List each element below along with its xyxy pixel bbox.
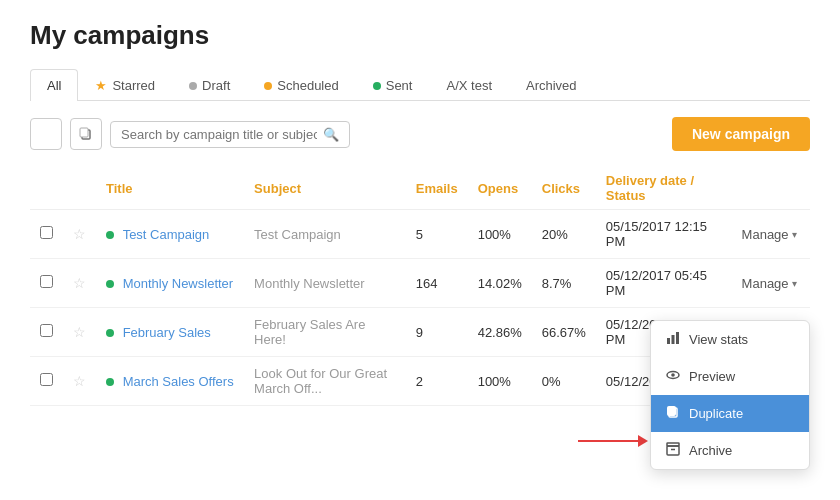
row-star-icon[interactable]: ☆: [73, 226, 86, 242]
row-checkbox[interactable]: [40, 275, 53, 288]
row-title-cell: March Sales Offers: [96, 357, 244, 406]
row-clicks: 66.67%: [542, 325, 586, 340]
search-icon: 🔍: [323, 127, 339, 142]
row-clicks: 8.7%: [542, 276, 572, 291]
arrow-head: [638, 435, 648, 447]
row-subject: February Sales Are Here!: [254, 317, 365, 347]
row-action-cell: Manage ▾: [732, 259, 810, 308]
sent-dot: [373, 82, 381, 90]
row-checkbox[interactable]: [40, 324, 53, 337]
row-star-icon[interactable]: ☆: [73, 373, 86, 389]
row-subject-cell: February Sales Are Here!: [244, 308, 406, 357]
row-status-dot: [106, 231, 114, 239]
row-emails-cell: 9: [406, 308, 468, 357]
col-header-subject: Subject: [244, 167, 406, 210]
copy-icon: [665, 405, 681, 422]
row-checkbox[interactable]: [40, 373, 53, 386]
tab-all-label: All: [47, 78, 61, 93]
row-opens-cell: 14.02%: [468, 259, 532, 308]
row-opens: 100%: [478, 374, 511, 389]
dropdown-item-view-stats[interactable]: View stats: [651, 321, 809, 358]
row-clicks: 0%: [542, 374, 561, 389]
svg-rect-8: [668, 407, 676, 416]
row-subject-cell: Test Campaign: [244, 210, 406, 259]
row-star-icon[interactable]: ☆: [73, 275, 86, 291]
tab-ax-test[interactable]: A/X test: [429, 69, 509, 101]
tab-all[interactable]: All: [30, 69, 78, 101]
tab-draft[interactable]: Draft: [172, 69, 247, 101]
tab-archived[interactable]: Archived: [509, 69, 594, 101]
row-clicks-cell: 20%: [532, 210, 596, 259]
col-header-delivery: Delivery date / Status: [596, 167, 732, 210]
new-campaign-button[interactable]: New campaign: [672, 117, 810, 151]
row-title-cell: Test Campaign: [96, 210, 244, 259]
row-emails: 164: [416, 276, 438, 291]
eye-icon: [665, 368, 681, 385]
row-emails: 9: [416, 325, 423, 340]
row-status-dot: [106, 280, 114, 288]
row-opens: 42.86%: [478, 325, 522, 340]
dropdown-item-archive[interactable]: Archive: [651, 432, 809, 469]
dropdown-item-duplicate[interactable]: Duplicate: [651, 395, 809, 432]
star-icon: ★: [95, 78, 107, 93]
copy-button[interactable]: [70, 118, 102, 150]
row-subject: Test Campaign: [254, 227, 341, 242]
row-clicks-cell: 66.67%: [532, 308, 596, 357]
row-title-cell: February Sales: [96, 308, 244, 357]
tab-sent[interactable]: Sent: [356, 69, 430, 101]
svg-rect-10: [667, 443, 679, 446]
row-campaign-title[interactable]: March Sales Offers: [123, 374, 234, 389]
tab-starred[interactable]: ★ Starred: [78, 69, 172, 101]
row-opens: 14.02%: [478, 276, 522, 291]
row-star-cell: ☆: [63, 259, 96, 308]
row-star-cell: ☆: [63, 357, 96, 406]
row-opens-cell: 42.86%: [468, 308, 532, 357]
search-box: 🔍: [110, 121, 350, 148]
dropdown-item-label: Preview: [689, 369, 735, 384]
row-subject-cell: Monthly Newsletter: [244, 259, 406, 308]
row-campaign-title[interactable]: February Sales: [123, 325, 211, 340]
dropdown-item-label: Duplicate: [689, 406, 743, 421]
tab-sent-label: Sent: [386, 78, 413, 93]
row-opens-cell: 100%: [468, 210, 532, 259]
row-emails-cell: 164: [406, 259, 468, 308]
row-status-dot: [106, 329, 114, 337]
tab-scheduled-label: Scheduled: [277, 78, 338, 93]
tab-ax-test-label: A/X test: [446, 78, 492, 93]
svg-rect-1: [80, 128, 88, 137]
col-header-check: [30, 167, 63, 210]
arrow-indicator: [578, 435, 648, 447]
select-all-checkbox[interactable]: [30, 118, 62, 150]
scheduled-dot: [264, 82, 272, 90]
dropdown-item-preview[interactable]: Preview: [651, 358, 809, 395]
page-container: My campaigns All ★ Starred Draft Schedul…: [0, 0, 840, 500]
draft-dot: [189, 82, 197, 90]
tab-starred-label: Starred: [112, 78, 155, 93]
search-input[interactable]: [121, 127, 317, 142]
svg-rect-4: [676, 332, 679, 344]
manage-caret-icon: ▾: [792, 229, 797, 240]
row-star-icon[interactable]: ☆: [73, 324, 86, 340]
page-title: My campaigns: [30, 20, 810, 51]
row-emails: 5: [416, 227, 423, 242]
arrow-line: [578, 440, 638, 442]
row-checkbox-cell: [30, 259, 63, 308]
row-campaign-title[interactable]: Test Campaign: [123, 227, 210, 242]
manage-button[interactable]: Manage ▾: [742, 227, 800, 242]
tabs-bar: All ★ Starred Draft Scheduled Sent A/X t…: [30, 69, 810, 101]
row-checkbox[interactable]: [40, 226, 53, 239]
row-emails: 2: [416, 374, 423, 389]
row-checkbox-cell: [30, 210, 63, 259]
row-campaign-title[interactable]: Monthly Newsletter: [123, 276, 234, 291]
tab-scheduled[interactable]: Scheduled: [247, 69, 355, 101]
dropdown-menu: View stats Preview Duplicate Archive: [650, 320, 810, 470]
row-emails-cell: 2: [406, 357, 468, 406]
dropdown-item-label: Archive: [689, 443, 732, 458]
table-row: ☆ Monthly Newsletter Monthly Newsletter …: [30, 259, 810, 308]
manage-caret-icon: ▾: [792, 278, 797, 289]
row-star-cell: ☆: [63, 308, 96, 357]
row-delivery: 05/15/2017 12:15 PM: [606, 219, 707, 249]
manage-label: Manage: [742, 276, 789, 291]
manage-button[interactable]: Manage ▾: [742, 276, 800, 291]
col-header-clicks: Clicks: [532, 167, 596, 210]
